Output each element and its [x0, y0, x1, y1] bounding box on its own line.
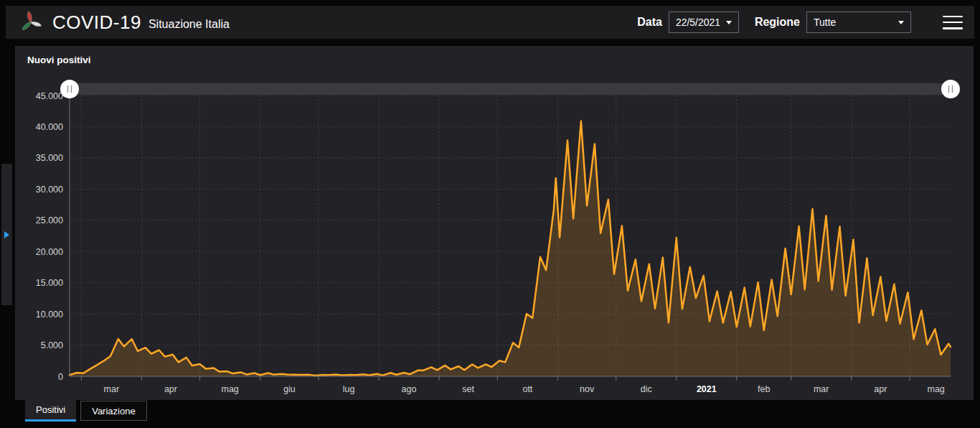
x-axis-label: apr — [164, 384, 177, 394]
x-axis-label: set — [462, 384, 474, 394]
range-scrollbar-handle-left[interactable] — [60, 80, 79, 98]
region-select[interactable]: Tutte — [806, 11, 911, 33]
range-scrollbar-handle-right[interactable] — [941, 80, 960, 98]
series-area — [70, 121, 951, 376]
chart-tabs: Positivi Variazione — [25, 400, 147, 422]
y-axis-label: 20.000 — [36, 247, 63, 257]
y-axis-label: 40.000 — [36, 122, 63, 132]
x-axis-label: apr — [874, 384, 887, 394]
region-label: Regione — [755, 16, 800, 29]
chart-card: 05.00010.00015.00020.00025.00030.00035.0… — [15, 46, 974, 400]
date-select[interactable]: 22/5/2021 — [669, 11, 739, 33]
y-axis-label: 15.000 — [36, 278, 63, 288]
x-axis-label: ago — [402, 384, 417, 394]
nuovi-positivi-chart: 05.00010.00015.00020.00025.00030.00035.0… — [15, 46, 974, 400]
x-axis-label: mar — [814, 384, 829, 394]
region-select-value: Tutte — [814, 17, 836, 28]
x-axis-label: mag — [928, 384, 945, 394]
chevron-down-icon — [726, 21, 732, 24]
sidebar-expand-handle[interactable] — [1, 164, 12, 305]
range-scrollbar-track[interactable] — [70, 83, 951, 95]
app-subtitle: Situazione Italia — [149, 18, 230, 31]
y-axis-label: 35.000 — [36, 153, 63, 163]
x-axis-label: dic — [641, 384, 652, 394]
x-axis-label: giu — [283, 384, 296, 394]
date-label: Data — [637, 16, 662, 29]
y-axis-label: 25.000 — [36, 215, 63, 225]
x-axis-label: feb — [758, 384, 770, 394]
x-axis-label: 2021 — [697, 384, 717, 394]
hamburger-icon — [943, 27, 963, 29]
x-axis-label: lug — [343, 384, 355, 394]
y-axis-label: 45.000 — [36, 91, 63, 101]
x-axis-label: mag — [221, 384, 238, 394]
app-header: COVID-19 Situazione Italia Data 22/5/202… — [6, 6, 974, 39]
y-axis-label: 30.000 — [36, 185, 63, 195]
y-axis-label: 0 — [58, 372, 63, 382]
chevron-down-icon — [898, 21, 904, 24]
x-axis-label: mar — [104, 384, 120, 394]
y-axis-label: 10.000 — [36, 310, 63, 320]
app-title: COVID-19 — [52, 11, 141, 34]
hamburger-menu-button[interactable] — [943, 16, 963, 29]
chart-title: Nuovi positivi — [27, 55, 91, 65]
tab-positivi[interactable]: Positivi — [25, 400, 76, 422]
x-axis-label: ott — [522, 384, 532, 394]
protezione-civile-logo-icon — [19, 10, 43, 34]
hamburger-icon — [943, 22, 963, 24]
date-select-value: 22/5/2021 — [676, 17, 720, 28]
hamburger-icon — [943, 16, 963, 18]
y-axis-label: 5.000 — [41, 340, 63, 350]
x-axis-label: nov — [580, 384, 595, 394]
tab-variazione[interactable]: Variazione — [80, 401, 146, 421]
expand-arrow-icon — [4, 231, 9, 238]
